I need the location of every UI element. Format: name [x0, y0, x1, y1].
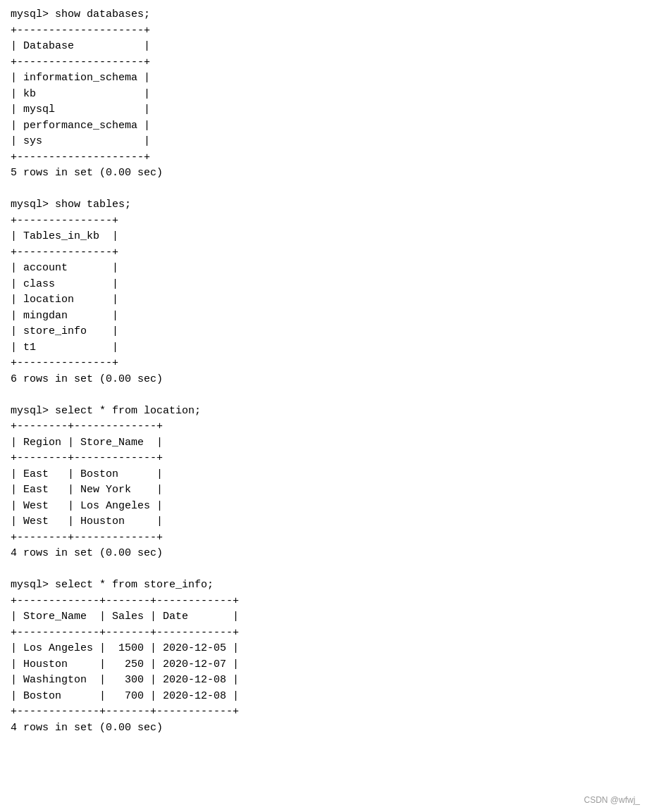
- watermark: CSDN @wfwj_: [584, 795, 640, 805]
- terminal-output: mysql> show databases; +----------------…: [11, 7, 636, 736]
